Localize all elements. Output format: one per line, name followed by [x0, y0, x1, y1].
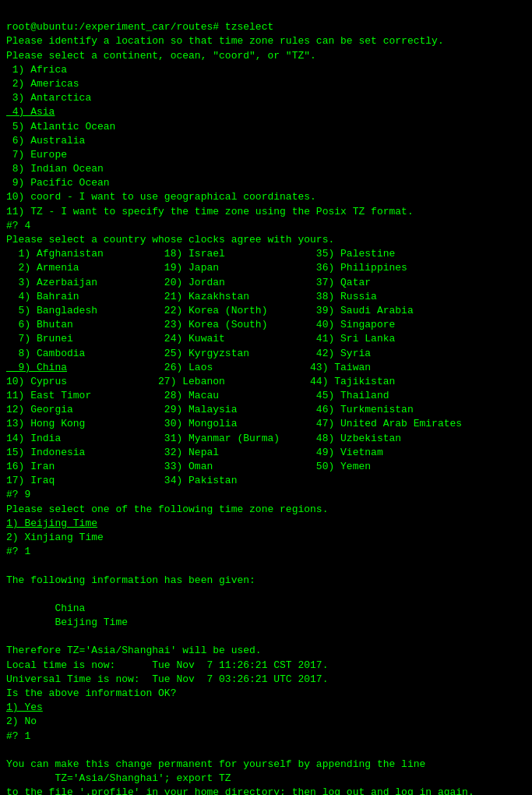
line-1: root@ubuntu:/experiment_car/routes# tzse… [6, 21, 474, 795]
yes-option: 1) Yes [6, 701, 43, 713]
china-option: 9) China [6, 362, 67, 373]
asia-option: 4) Asia [6, 106, 55, 118]
beijing-time-option: 1) Beijing Time [6, 518, 97, 529]
terminal-output: root@ubuntu:/experiment_car/routes# tzse… [6, 6, 526, 795]
